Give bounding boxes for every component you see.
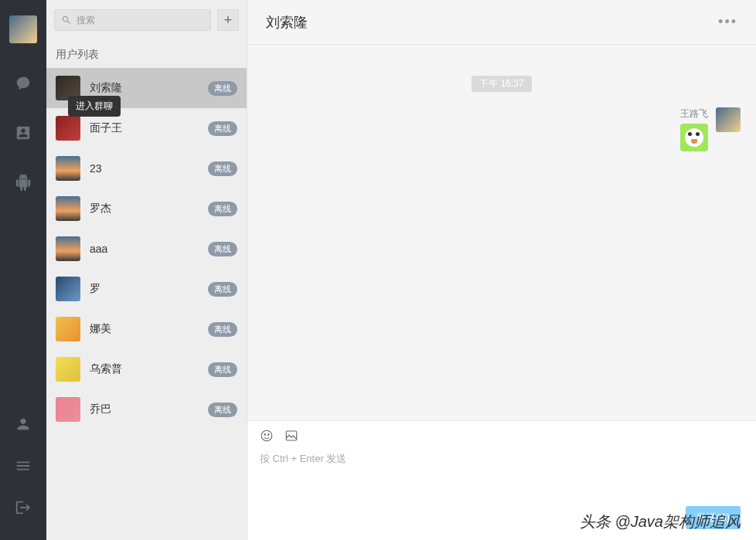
contact-name: 乌索普 [90, 362, 208, 376]
contact-item[interactable]: 罗 离线 [46, 269, 247, 309]
contact-avatar [56, 236, 80, 261]
svg-point-2 [268, 434, 270, 436]
send-button[interactable]: 发送(S) [686, 506, 741, 529]
timestamp-label: 下午 16:37 [472, 76, 531, 92]
message-row: 王路飞 [263, 107, 741, 151]
input-area: 发送(S) [247, 420, 756, 540]
contact-avatar [56, 156, 80, 181]
contact-avatar [56, 317, 80, 341]
status-badge: 离线 [208, 242, 237, 256]
message-input[interactable] [247, 447, 756, 506]
contact-name: aaa [90, 243, 208, 255]
image-icon[interactable] [284, 429, 298, 443]
menu-icon[interactable] [14, 457, 32, 475]
chat-header: 刘索隆 ••• [247, 0, 756, 45]
chat-icon[interactable] [14, 74, 32, 93]
status-badge: 离线 [208, 282, 237, 297]
profile-icon[interactable] [14, 415, 32, 433]
contact-name: 罗 [90, 282, 208, 296]
search-input[interactable] [77, 15, 204, 25]
status-badge: 离线 [208, 202, 237, 216]
status-badge: 离线 [208, 81, 237, 96]
sidebar [0, 0, 46, 540]
status-badge: 离线 [208, 121, 237, 136]
search-icon [61, 15, 72, 25]
contact-avatar [56, 277, 80, 301]
tooltip-enter-group: 进入群聊 [68, 96, 121, 117]
message-avatar [716, 107, 741, 132]
contact-name: 乔巴 [90, 402, 208, 416]
svg-point-0 [261, 430, 272, 441]
contact-item[interactable]: aaa 离线 [46, 229, 247, 269]
android-icon[interactable] [14, 173, 32, 192]
contact-item[interactable]: 23 离线 [46, 148, 247, 188]
contact-name: 23 [90, 162, 208, 175]
status-badge: 离线 [208, 161, 237, 176]
contact-item[interactable]: 乔巴 离线 [46, 389, 247, 430]
status-badge: 离线 [208, 402, 237, 417]
contact-name: 刘索隆 [90, 81, 208, 95]
chat-panel: 刘索隆 ••• 下午 16:37 王路飞 [247, 0, 756, 540]
more-icon[interactable]: ••• [718, 14, 737, 30]
svg-rect-3 [286, 431, 297, 440]
search-wrap[interactable] [54, 9, 211, 31]
contact-avatar [56, 397, 80, 422]
timestamp: 下午 16:37 [263, 76, 741, 92]
contact-item[interactable]: 乌索普 离线 [46, 349, 247, 389]
contact-list: 刘索隆 离线 面子王 离线 23 离线 罗杰 离线 aaa 离线 罗 离线 娜美… [46, 68, 247, 540]
contact-avatar [56, 196, 80, 221]
user-avatar[interactable] [9, 15, 37, 43]
chat-body: 下午 16:37 王路飞 [247, 45, 756, 420]
contact-avatar [56, 116, 80, 141]
status-badge: 离线 [208, 362, 237, 377]
contact-item[interactable]: 娜美 离线 [46, 309, 247, 349]
emoji-message [680, 124, 708, 151]
contact-panel: + 用户列表 刘索隆 离线 面子王 离线 23 离线 罗杰 离线 aaa 离线 … [46, 0, 247, 540]
contact-name: 娜美 [90, 322, 208, 336]
add-button[interactable]: + [217, 9, 239, 31]
contact-item[interactable]: 罗杰 离线 [46, 188, 247, 229]
contacts-icon[interactable] [14, 124, 32, 142]
logout-icon[interactable] [14, 498, 32, 517]
contact-avatar [56, 357, 80, 382]
list-header: 用户列表 [46, 40, 247, 68]
chat-title: 刘索隆 [266, 13, 308, 32]
emoji-icon[interactable] [260, 429, 274, 443]
contact-name: 面子王 [90, 121, 208, 135]
sender-name: 王路飞 [680, 107, 708, 121]
contact-name: 罗杰 [90, 202, 208, 216]
svg-point-1 [264, 434, 266, 436]
status-badge: 离线 [208, 322, 237, 337]
